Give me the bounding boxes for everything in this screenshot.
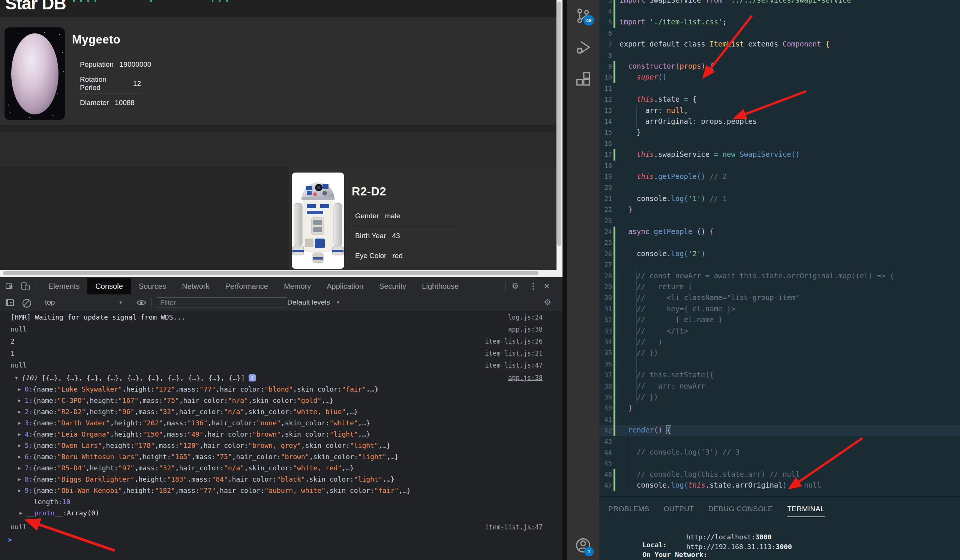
panel-tab-problems[interactable]: PROBLEMS bbox=[608, 505, 650, 517]
devtools-tab-lighthouse[interactable]: Lighthouse bbox=[414, 278, 467, 294]
devtools-tab-elements[interactable]: Elements bbox=[40, 278, 87, 294]
code-line-44: 44 // console.log('3') // 3 bbox=[599, 447, 960, 458]
scm-badge: 48 bbox=[584, 15, 594, 26]
code-editor[interactable]: 3import SwapiService from '../../service… bbox=[599, 0, 960, 496]
devtools-tab-security[interactable]: Security bbox=[371, 278, 414, 294]
horizontal-scrollbar[interactable] bbox=[0, 270, 563, 277]
source-link[interactable]: app.js:38 bbox=[508, 326, 542, 333]
array-item-row[interactable]: ▶6: {name: "Beru Whitesun lars", height:… bbox=[0, 451, 563, 462]
devtools-tab-sources[interactable]: Sources bbox=[131, 278, 174, 294]
nav-link-fragment[interactable] bbox=[87, 0, 89, 2]
git-gutter-indicator bbox=[613, 72, 615, 83]
devtools-tab-application[interactable]: Application bbox=[319, 278, 371, 294]
source-link[interactable]: item-list.js:47 bbox=[485, 523, 542, 531]
array-header[interactable]: ▼(10)[{…}, {…}, {…}, {…}, {…}, {…}, {…},… bbox=[0, 372, 563, 383]
panel-tab-output[interactable]: OUTPUT bbox=[664, 505, 694, 517]
devtools-tab-console[interactable]: Console bbox=[87, 278, 131, 294]
console-message: nullitem-list.js:47 bbox=[0, 359, 563, 371]
nav-link-fragment[interactable] bbox=[219, 0, 221, 2]
code-line-19: 19 this.getPeople() // 2 bbox=[599, 171, 960, 182]
panel-tab-debug-console[interactable]: DEBUG CONSOLE bbox=[708, 505, 773, 517]
clear-console-icon[interactable] bbox=[22, 299, 31, 307]
nav-link-fragment[interactable] bbox=[150, 0, 152, 2]
devtools-tab-performance[interactable]: Performance bbox=[218, 278, 276, 294]
code-line-7: 7export default class ItemList extends C… bbox=[599, 39, 960, 50]
array-item-row[interactable]: ▶0: {name: "Luke Skywalker", height: "17… bbox=[0, 383, 563, 395]
console-sidebar-icon[interactable] bbox=[5, 298, 14, 307]
bottom-panel: PROBLEMSOUTPUTDEBUG CONSOLETERMINAL Loca… bbox=[599, 497, 960, 560]
code-line-32: 32 // { el.name } bbox=[599, 315, 960, 326]
devtools-close-icon[interactable]: ✕ bbox=[542, 282, 551, 291]
planet-value: 12 bbox=[133, 80, 141, 88]
person-label: Birth Year bbox=[355, 232, 386, 240]
array-item-row[interactable]: ▶3: {name: "Darth Vader", height: "202",… bbox=[0, 417, 563, 428]
code-line-18: 18 bbox=[599, 160, 960, 171]
code-line-42: 42 render() { bbox=[599, 425, 960, 436]
levels-caret-icon[interactable]: ▼ bbox=[336, 300, 340, 304]
code-line-20: 20 bbox=[599, 182, 960, 193]
array-item-row[interactable]: ▶1: {name: "C-3PO", height: "167", mass:… bbox=[0, 395, 563, 406]
array-item-row[interactable]: ▶7: {name: "R5-D4", height: "97", mass: … bbox=[0, 462, 563, 474]
nav-link-fragment[interactable] bbox=[80, 0, 82, 2]
code-line-5: 5import './item-list.css'; bbox=[599, 17, 960, 28]
code-line-33: 33 // </li> bbox=[599, 326, 960, 337]
array-proto-row[interactable]: ▶__proto__: Array(0) bbox=[0, 507, 563, 518]
app-header: Star DB bbox=[0, 0, 563, 17]
device-toolbar-icon[interactable] bbox=[21, 282, 30, 291]
source-link[interactable]: item-list.js:21 bbox=[485, 350, 542, 357]
hscroll-thumb[interactable] bbox=[3, 271, 539, 275]
console-message: nullitem-list.js:47 bbox=[0, 521, 563, 533]
array-length-row: length: 10 bbox=[0, 496, 563, 507]
devtools-tab-memory[interactable]: Memory bbox=[276, 278, 319, 294]
source-link[interactable]: app.js:38 bbox=[508, 374, 542, 381]
code-line-31: 31 // key={ el.name }> bbox=[599, 304, 960, 315]
eye-icon[interactable] bbox=[136, 299, 146, 306]
code-line-17: 17 this.swapiService = new SwapiService(… bbox=[599, 149, 960, 160]
git-gutter-indicator bbox=[613, 304, 615, 315]
person-row: Eye Colorred bbox=[352, 246, 456, 266]
devtools-menu-icon[interactable]: ⋮ bbox=[529, 282, 538, 291]
git-gutter-indicator bbox=[613, 6, 615, 17]
array-item-row[interactable]: ▶4: {name: "Leia Organa", height: "150",… bbox=[0, 428, 563, 440]
inspect-icon[interactable] bbox=[5, 282, 14, 291]
console-message: 2item-list.js:26 bbox=[0, 335, 563, 347]
panel-tab-terminal[interactable]: TERMINAL bbox=[787, 505, 825, 517]
default-levels-dropdown[interactable]: Default levels bbox=[287, 298, 330, 306]
devtools-tabbar: ElementsConsoleSourcesNetworkPerformance… bbox=[0, 278, 563, 295]
code-line-24: 24 async getPeople () { bbox=[599, 227, 960, 237]
source-link[interactable]: item-list.js:47 bbox=[485, 362, 542, 369]
console-settings-icon[interactable]: ⚙ bbox=[543, 298, 552, 307]
nav-link-fragment[interactable] bbox=[94, 0, 96, 2]
starfield bbox=[7, 30, 8, 30]
filter-input[interactable] bbox=[157, 298, 287, 308]
planet-row: Rotation Period12 bbox=[77, 74, 141, 93]
nav-link-fragment[interactable] bbox=[73, 0, 75, 2]
code-line-13: 13 arr: null, bbox=[599, 106, 960, 116]
extensions-icon[interactable] bbox=[575, 71, 591, 88]
nav-link-fragment[interactable] bbox=[212, 0, 213, 2]
person-label: Eye Color bbox=[355, 252, 386, 260]
context-caret-icon[interactable]: ▼ bbox=[118, 300, 123, 304]
context-selector[interactable]: top bbox=[45, 298, 55, 306]
devtools-settings-icon[interactable]: ⚙ bbox=[511, 282, 520, 291]
person-label: Gender bbox=[355, 212, 379, 220]
code-line-21: 21 console.log('1') // 1 bbox=[599, 194, 960, 205]
vscroll-thumb[interactable] bbox=[557, 2, 562, 246]
array-item-row[interactable]: ▶2: {name: "R2-D2", height: "96", mass: … bbox=[0, 406, 563, 417]
console-prompt[interactable]: > bbox=[0, 533, 563, 547]
devtools-tab-network[interactable]: Network bbox=[174, 278, 217, 294]
run-debug-icon[interactable] bbox=[575, 39, 591, 56]
source-link[interactable]: item-list.js:26 bbox=[485, 338, 542, 345]
git-gutter-indicator bbox=[613, 425, 615, 436]
git-gutter-indicator bbox=[613, 293, 615, 304]
code-line-15: 15 } bbox=[599, 127, 960, 138]
planet-label: Diameter bbox=[80, 99, 109, 107]
nav-link-fragment[interactable] bbox=[226, 0, 228, 2]
array-item-row[interactable]: ▶8: {name: "Biggs Darklighter", height: … bbox=[0, 474, 563, 485]
array-item-row[interactable]: ▶5: {name: "Owen Lars", height: "178", m… bbox=[0, 440, 563, 451]
vertical-scrollbar[interactable] bbox=[557, 0, 563, 270]
activity-bar: 48 1 bbox=[567, 0, 599, 560]
person-value: 43 bbox=[392, 232, 400, 240]
source-link[interactable]: log.js:24 bbox=[508, 314, 542, 321]
array-item-row[interactable]: ▶9: {name: "Obi-Wan Kenobi", height: "18… bbox=[0, 485, 563, 496]
